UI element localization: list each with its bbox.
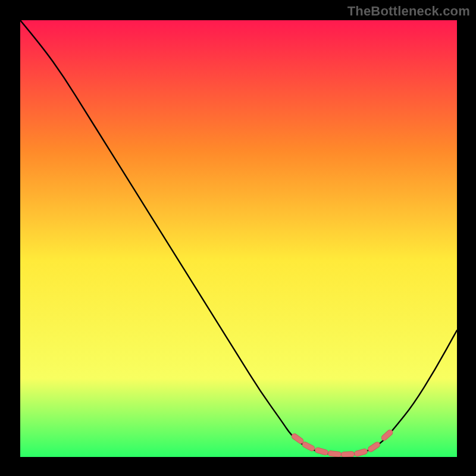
watermark-text: TheBottleneck.com bbox=[347, 4, 470, 19]
marker-dash bbox=[341, 452, 354, 457]
chart-svg bbox=[20, 20, 457, 457]
gradient-background bbox=[20, 20, 457, 457]
chart-canvas: TheBottleneck.com bbox=[0, 0, 476, 476]
plot-area bbox=[20, 20, 457, 457]
